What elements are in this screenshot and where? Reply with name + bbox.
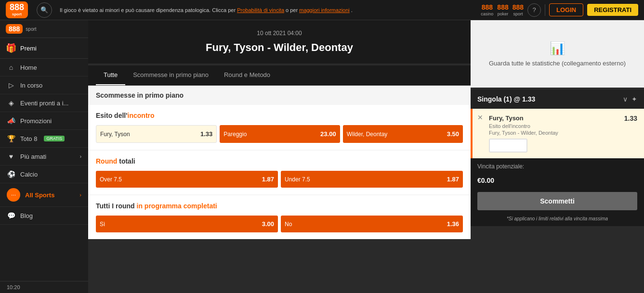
sidebar-item-in-corso[interactable]: ▷ In corso — [0, 76, 88, 94]
events-icon: ◈ — [7, 99, 15, 107]
top-right-links: 888 casino 888 poker 888 sport ? LOGIN R… — [481, 3, 638, 17]
sidebar-item-label: Più amati — [20, 153, 46, 160]
bet-slip-title: Singola (1) @ 1.33 — [477, 95, 535, 103]
odds-row: Fury, Tyson 1.33 Pareggio 23.00 Wilder, … — [96, 125, 463, 143]
bet-slip-header: Singola (1) @ 1.33 ∨ ✦ — [471, 89, 644, 109]
odd-wilder-deontay[interactable]: Wilder, Deontay 3.50 — [343, 125, 463, 143]
sidebar-item-toto[interactable]: 🏆 Toto 8 GRATIS — [0, 130, 88, 148]
notice-bar: Il gioco è vietato ai minori e può causa… — [60, 7, 473, 13]
sidebar-item-label: Promozioni — [20, 117, 52, 125]
home-icon: ⌂ — [7, 64, 15, 71]
gratis-badge: GRATIS — [44, 136, 65, 141]
chevron-down-icon[interactable]: ∨ — [623, 95, 628, 103]
sidebar: 888 sport 🎁 Premi ⌂ Home ▷ In corso ◈ Ev… — [0, 20, 88, 293]
bets-section-title: Scommesse in primo piano — [88, 86, 471, 105]
soccer-icon: ⚽ — [7, 170, 15, 178]
live-icon: ▷ — [7, 81, 15, 89]
premi-label: Premi — [20, 45, 37, 52]
bet-type-title-esito: Esito dell'incontro — [96, 112, 463, 119]
odd-under[interactable]: Under 7.5 1.87 — [281, 171, 463, 188]
favorites-icon: ♥ — [7, 153, 15, 160]
odd-no[interactable]: No 1.36 — [281, 216, 463, 232]
sidebar-888-logo: 888 — [6, 24, 23, 34]
casino-link[interactable]: 888 casino — [481, 3, 493, 16]
premi-section[interactable]: 🎁 Premi — [0, 38, 88, 59]
bet-type-title-programma: Tutti I round in programma completati — [96, 202, 463, 210]
stats-panel[interactable]: 📊 Guarda tutte le statistiche (collegame… — [471, 20, 644, 88]
bet-card-programma: Tutti I round in programma completati Sì… — [88, 195, 471, 239]
login-button[interactable]: LOGIN — [549, 3, 583, 16]
probability-link[interactable]: Probabilità di vincita — [237, 7, 284, 13]
vincita-value-row: €0.00 — [471, 175, 644, 188]
bet-slip-header-icons: ∨ ✦ — [623, 95, 637, 103]
promo-icon: 📣 — [7, 117, 15, 125]
chevron-right-icon: › — [80, 154, 81, 159]
odd-over[interactable]: Over 7.5 1.87 — [96, 171, 278, 188]
tab-round-metodo[interactable]: Round e Metodo — [216, 65, 278, 85]
poker-link[interactable]: 888 poker — [497, 3, 508, 16]
event-date: 10 ott 2021 04:00 — [98, 30, 461, 37]
sidebar-item-home[interactable]: ⌂ Home — [0, 59, 88, 76]
sidebar-item-all-sports[interactable]: ··· All Sports › — [0, 183, 88, 207]
register-button[interactable]: REGISTRATI — [587, 4, 638, 16]
vincita-row: Vincita potenziale: — [471, 158, 644, 175]
bet-slip-item: ✕ Fury, Tyson 1.33 Esito dell'incontro F… — [471, 109, 644, 158]
bet-slip-match: Fury, Tyson - Wilder, Deontay — [479, 130, 637, 136]
close-icon[interactable]: ✕ — [477, 114, 483, 121]
sidebar-item-calcio[interactable]: ⚽ Calcio — [0, 166, 88, 183]
search-icon[interactable]: 🔍 — [37, 2, 52, 18]
event-header: 10 ott 2021 04:00 Fury, Tyson - Wilder, … — [88, 20, 471, 64]
help-button[interactable]: ? — [527, 3, 541, 17]
blog-icon: 💬 — [7, 212, 15, 219]
content-area: 10 ott 2021 04:00 Fury, Tyson - Wilder, … — [88, 20, 471, 293]
bet-slip-market: Esito dell'incontro — [479, 123, 637, 129]
logo-888[interactable]: 888 sport — [6, 1, 28, 18]
top-bar: 888 sport 🔍 Il gioco è vietato ai minori… — [0, 0, 644, 20]
sidebar-item-label: Calcio — [20, 171, 38, 178]
sidebar-item-label: In corso — [20, 82, 42, 89]
more-info-link[interactable]: maggiori informazioni — [299, 7, 350, 13]
bets-section: Scommesse in primo piano Esito dell'inco… — [88, 86, 471, 239]
stats-label: Guarda tutte le statistiche (collegament… — [489, 60, 626, 67]
bet-slip-odd: 1.33 — [624, 115, 637, 122]
sidebar-item-eventi[interactable]: ◈ Eventi pronti a i... — [0, 94, 88, 112]
all-sports-label: All Sports — [25, 191, 54, 199]
event-title: Fury, Tyson - Wilder, Deontay — [98, 41, 461, 54]
sidebar-logo: 888 sport — [0, 20, 88, 38]
sidebar-item-label: Eventi pronti a i... — [20, 100, 68, 107]
sidebar-item-promozioni[interactable]: 📣 Promozioni — [0, 112, 88, 130]
vincita-value: €0.00 — [477, 177, 637, 184]
vincita-label: Vincita potenziale: — [477, 163, 524, 170]
scommetti-row: Scommetti — [471, 188, 644, 214]
odds-row: Sì 3.00 No 1.36 — [96, 216, 463, 232]
bet-card-round-totali: Round totali Over 7.5 1.87 Under 7.5 1.8… — [88, 151, 471, 194]
sidebar-item-label: Home — [20, 64, 37, 71]
chevron-right-icon: › — [79, 192, 81, 198]
bet-slip: Singola (1) @ 1.33 ∨ ✦ ✕ Fury, Tyson 1.3… — [471, 89, 644, 226]
odd-pareggio[interactable]: Pareggio 23.00 — [220, 125, 340, 143]
sidebar-item-label: Blog — [20, 212, 33, 219]
pin-icon[interactable]: ✦ — [631, 95, 637, 103]
sidebar-item-piu-amati[interactable]: ♥ Più amati › — [0, 148, 88, 166]
chart-icon: 📊 — [550, 41, 565, 56]
main-layout: 888 sport 🎁 Premi ⌂ Home ▷ In corso ◈ Ev… — [0, 20, 644, 293]
tab-tutte[interactable]: Tutte — [96, 65, 125, 85]
bet-card-esito: Esito dell'incontro Fury, Tyson 1.33 Par… — [88, 105, 471, 150]
stake-input[interactable] — [489, 139, 527, 153]
sidebar-nav: ⌂ Home ▷ In corso ◈ Eventi pronti a i...… — [0, 59, 88, 281]
sport-link[interactable]: 888 sport — [513, 3, 524, 16]
scommetti-button[interactable]: Scommetti — [477, 192, 637, 210]
tabs-bar: Tutte Scommesse in primo piano Round e M… — [88, 65, 471, 86]
sidebar-item-blog[interactable]: 💬 Blog — [0, 207, 88, 225]
all-sports-dot: ··· — [7, 188, 20, 202]
bet-type-title-round: Round totali — [96, 157, 463, 165]
sidebar-time: 10:20 — [0, 281, 88, 293]
gift-icon: 🎁 — [6, 43, 16, 53]
sidebar-item-label: Toto 8 — [20, 135, 37, 142]
odd-fury-tyson[interactable]: Fury, Tyson 1.33 — [96, 125, 217, 143]
tab-scommesse[interactable]: Scommesse in primo piano — [125, 65, 216, 85]
bet-slip-selection-name: Fury, Tyson 1.33 — [479, 115, 637, 122]
trophy-icon: 🏆 — [7, 135, 15, 142]
odd-si[interactable]: Sì 3.00 — [96, 216, 278, 232]
right-panel: 📊 Guarda tutte le statistiche (collegame… — [471, 20, 644, 293]
